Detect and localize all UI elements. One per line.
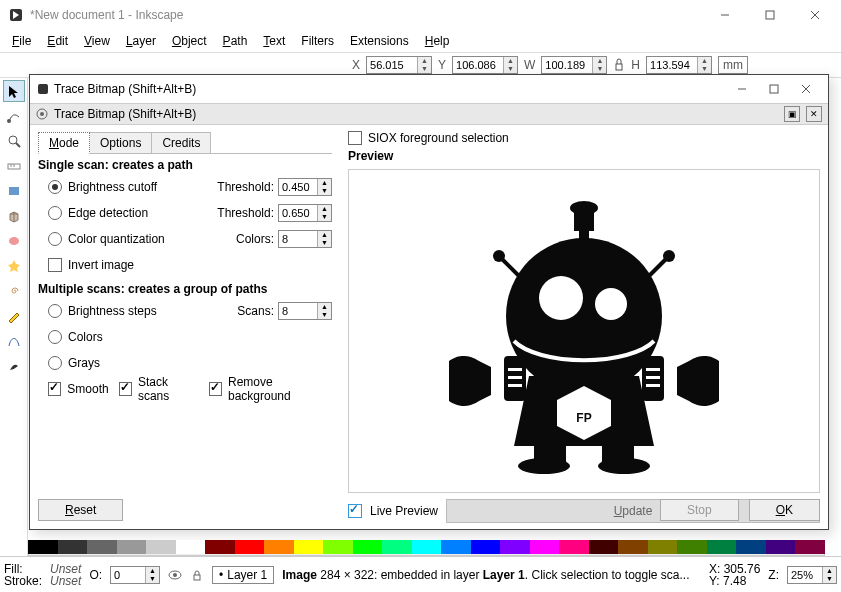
- svg-rect-16: [770, 85, 778, 93]
- swatch[interactable]: [382, 540, 412, 554]
- ellipse-tool[interactable]: [3, 230, 25, 252]
- minimize-button[interactable]: [702, 1, 747, 29]
- checkbox-siox[interactable]: [348, 131, 362, 145]
- swatch[interactable]: [205, 540, 235, 554]
- close-button[interactable]: [792, 1, 837, 29]
- menu-extensions[interactable]: Extensions: [342, 32, 417, 50]
- pencil-tool[interactable]: [3, 305, 25, 327]
- swatch[interactable]: [58, 540, 88, 554]
- stroke-value[interactable]: Unset: [50, 575, 81, 587]
- swatch[interactable]: [471, 540, 501, 554]
- swatch[interactable]: [294, 540, 324, 554]
- label-siox: SIOX foreground selection: [368, 131, 509, 145]
- coord-w-input[interactable]: ▲▼: [541, 56, 607, 74]
- menu-edit[interactable]: Edit: [39, 32, 76, 50]
- swatch[interactable]: [441, 540, 471, 554]
- swatch[interactable]: [677, 540, 707, 554]
- input-quant-colors[interactable]: ▲▼: [278, 230, 332, 248]
- swatch[interactable]: [795, 540, 825, 554]
- radio-colors[interactable]: [48, 330, 62, 344]
- preview-area: FP: [348, 169, 820, 493]
- swatch[interactable]: [176, 540, 206, 554]
- swatch[interactable]: [412, 540, 442, 554]
- menu-filters[interactable]: Filters: [293, 32, 342, 50]
- input-scans[interactable]: ▲▼: [278, 302, 332, 320]
- dialog-undock-icon[interactable]: ▣: [784, 106, 800, 122]
- input-edge-threshold[interactable]: ▲▼: [278, 204, 332, 222]
- menu-view[interactable]: View: [76, 32, 118, 50]
- checkbox-invert-image[interactable]: [48, 258, 62, 272]
- swatch[interactable]: [117, 540, 147, 554]
- ok-button[interactable]: OK: [749, 499, 820, 521]
- swatch[interactable]: [618, 540, 648, 554]
- swatch[interactable]: [736, 540, 766, 554]
- zoom-tool[interactable]: [3, 130, 25, 152]
- coord-x-input[interactable]: ▲▼: [366, 56, 432, 74]
- dialog-tab-close-icon[interactable]: ✕: [806, 106, 822, 122]
- swatch[interactable]: [323, 540, 353, 554]
- input-brightness-threshold[interactable]: ▲▼: [278, 178, 332, 196]
- menu-text[interactable]: Text: [255, 32, 293, 50]
- tab-mode[interactable]: Mode: [38, 132, 90, 154]
- rect-tool[interactable]: [3, 180, 25, 202]
- lock-layer-icon[interactable]: [190, 568, 204, 582]
- opacity-input[interactable]: ▲▼: [110, 566, 160, 584]
- layer-selector[interactable]: • Layer 1: [212, 566, 274, 584]
- coord-h-input[interactable]: ▲▼: [646, 56, 712, 74]
- maximize-button[interactable]: [747, 1, 792, 29]
- swatch[interactable]: [589, 540, 619, 554]
- calligraphy-tool[interactable]: [3, 355, 25, 377]
- swatch[interactable]: [707, 540, 737, 554]
- menu-path[interactable]: Path: [215, 32, 256, 50]
- lock-icon[interactable]: [613, 56, 625, 74]
- radio-grays[interactable]: [48, 356, 62, 370]
- swatch[interactable]: [353, 540, 383, 554]
- swatch[interactable]: [500, 540, 530, 554]
- swatch[interactable]: [235, 540, 265, 554]
- svg-point-36: [595, 288, 627, 320]
- svg-point-24: [663, 250, 675, 262]
- swatch[interactable]: [559, 540, 589, 554]
- menu-file[interactable]: File: [4, 32, 39, 50]
- visibility-icon[interactable]: [168, 568, 182, 582]
- swatch[interactable]: [530, 540, 560, 554]
- swatch[interactable]: [87, 540, 117, 554]
- bezier-tool[interactable]: [3, 330, 25, 352]
- dialog-close-button[interactable]: [790, 75, 822, 103]
- menu-help[interactable]: Help: [417, 32, 458, 50]
- radio-brightness-steps[interactable]: [48, 304, 62, 318]
- stroke-label: Stroke:: [4, 574, 42, 588]
- label-threshold-2: Threshold:: [217, 206, 274, 220]
- measure-tool[interactable]: [3, 155, 25, 177]
- reset-button[interactable]: Reset: [38, 499, 123, 521]
- swatch[interactable]: [766, 540, 796, 554]
- menu-object[interactable]: Object: [164, 32, 215, 50]
- dialog-minimize-button[interactable]: [726, 75, 758, 103]
- dock-icon[interactable]: [36, 108, 48, 120]
- zoom-input[interactable]: ▲▼: [787, 566, 837, 584]
- tab-credits[interactable]: Credits: [151, 132, 211, 154]
- radio-brightness-cutoff[interactable]: [48, 180, 62, 194]
- swatch[interactable]: [648, 540, 678, 554]
- swatch[interactable]: [264, 540, 294, 554]
- fill-value[interactable]: Unset: [50, 563, 81, 575]
- checkbox-smooth[interactable]: [48, 382, 61, 396]
- unit-label[interactable]: mm: [718, 56, 748, 74]
- color-palette[interactable]: [28, 540, 825, 554]
- dialog-maximize-button[interactable]: [758, 75, 790, 103]
- stop-button[interactable]: Stop: [660, 499, 739, 521]
- checkbox-stack-scans[interactable]: [119, 382, 132, 396]
- swatch[interactable]: [146, 540, 176, 554]
- star-tool[interactable]: [3, 255, 25, 277]
- radio-color-quantization[interactable]: [48, 232, 62, 246]
- checkbox-remove-background[interactable]: [209, 382, 222, 396]
- selector-tool[interactable]: [3, 80, 25, 102]
- spiral-tool[interactable]: [3, 280, 25, 302]
- 3dbox-tool[interactable]: [3, 205, 25, 227]
- tab-options[interactable]: Options: [89, 132, 152, 154]
- swatch[interactable]: [28, 540, 58, 554]
- menu-layer[interactable]: Layer: [118, 32, 164, 50]
- coord-y-input[interactable]: ▲▼: [452, 56, 518, 74]
- node-tool[interactable]: [3, 105, 25, 127]
- radio-edge-detection[interactable]: [48, 206, 62, 220]
